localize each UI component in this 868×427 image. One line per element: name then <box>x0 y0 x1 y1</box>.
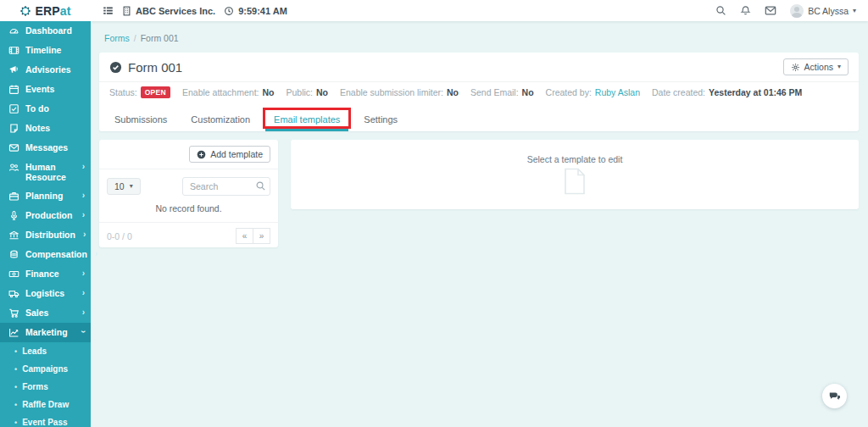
status-badge: OPEN <box>141 86 170 98</box>
send-email-field: Send Email:No <box>470 87 534 97</box>
sidebar-subitem-campaigns[interactable]: Campaigns <box>0 360 91 378</box>
created-by-field: Created by: Ruby Aslan <box>546 87 640 97</box>
chevron-right-icon: › <box>82 308 85 317</box>
dashboard-gauge-icon <box>8 25 19 36</box>
chat-bubbles-icon <box>828 391 841 402</box>
chevron-right-icon: › <box>82 191 85 200</box>
company-name: ABC Services Inc. <box>136 6 215 16</box>
chevron-down-icon: › <box>79 330 88 333</box>
chevron-right-icon: › <box>95 249 97 258</box>
add-template-button[interactable]: Add template <box>189 146 270 163</box>
clock-display: 9:59:41 AM <box>224 6 287 16</box>
logo-text: ERPat <box>35 4 70 18</box>
chat-button[interactable] <box>822 384 847 408</box>
users-icon <box>8 162 19 173</box>
clock-icon <box>224 6 234 16</box>
actions-button[interactable]: Actions ▾ <box>783 58 849 75</box>
company-selector[interactable]: ABC Services Inc. <box>122 6 215 16</box>
editor-empty-message: Select a template to edit <box>527 154 623 164</box>
sidebar-item-finance[interactable]: Finance › <box>0 264 91 284</box>
sidebar-item-planning[interactable]: Planning › <box>0 186 91 206</box>
caret-down-icon: ▾ <box>853 8 856 14</box>
messages-envelope-icon[interactable] <box>765 5 776 16</box>
sidebar-item-messages[interactable]: Messages <box>0 138 91 158</box>
sidebar-item-compensation[interactable]: Compensation › <box>0 245 91 264</box>
logo-gear-icon <box>19 5 31 17</box>
prev-page-button[interactable]: « <box>236 228 253 244</box>
notifications-bell-icon[interactable] <box>740 5 751 16</box>
submission-limiter-field: Enable submission limiter:No <box>340 87 459 97</box>
check-badge-icon <box>109 61 122 74</box>
breadcrumb-forms-link[interactable]: Forms <box>104 33 130 43</box>
sidebar-item-distribution[interactable]: Distribution › <box>0 225 91 245</box>
search-icon[interactable] <box>715 5 726 16</box>
sidebar-nav: Dashboard Timeline Advisories Events <box>0 21 91 427</box>
sidebar-item-logistics[interactable]: Logistics › <box>0 284 91 303</box>
pagination: « » <box>236 228 270 244</box>
calendar-icon <box>8 84 19 95</box>
breadcrumb-separator: / <box>134 33 136 43</box>
topbar: ABC Services Inc. 9:59:41 AM <box>91 0 868 21</box>
megaphone-icon <box>8 64 19 75</box>
sidebar-subitem-leads[interactable]: Leads <box>0 342 91 360</box>
breadcrumb: Forms / Form 001 <box>104 33 179 43</box>
sidebar-item-human-resource[interactable]: Human Resource › <box>0 158 91 186</box>
money-bill-icon <box>8 269 19 280</box>
form-tabs: Submissions Customization Email template… <box>99 107 859 131</box>
chevron-right-icon: › <box>82 288 85 297</box>
tab-customization[interactable]: Customization <box>182 107 259 131</box>
chevron-right-icon: › <box>83 230 86 239</box>
sidebar-item-timeline[interactable]: Timeline <box>0 41 91 60</box>
coins-icon <box>8 249 19 260</box>
envelope-icon <box>8 142 19 153</box>
sidebar-item-production[interactable]: Production › <box>0 206 91 225</box>
sidebar-item-advisories[interactable]: Advisories <box>0 60 91 80</box>
user-menu[interactable]: BC Alyssa ▾ <box>790 4 856 18</box>
main-content: Forms / Form 001 Form 001 <box>91 21 868 427</box>
next-page-button[interactable]: » <box>253 228 270 244</box>
page-title: Form 001 <box>109 60 182 75</box>
app-logo[interactable]: ERPat <box>0 0 91 21</box>
tab-settings[interactable]: Settings <box>355 107 406 131</box>
sidebar-item-marketing[interactable]: Marketing › <box>0 323 91 342</box>
sidebar-item-sales[interactable]: Sales › <box>0 303 91 323</box>
templates-list-panel: Add template 10 ▾ No record found. 0-0 /… <box>99 140 278 247</box>
current-time: 9:59:41 AM <box>238 6 287 16</box>
sidebar-item-dashboard[interactable]: Dashboard <box>0 21 91 41</box>
user-name: BC Alyssa <box>808 6 849 16</box>
check-square-icon <box>8 103 19 114</box>
caret-down-icon: ▾ <box>837 64 841 70</box>
sidebar-subitem-event-pass[interactable]: Event Pass <box>0 413 91 427</box>
sidebar-item-todo[interactable]: To do <box>0 99 91 119</box>
sidebar-toggle-icon[interactable] <box>103 5 114 16</box>
sidebar-subitem-forms[interactable]: Forms <box>0 378 91 396</box>
plus-circle-icon <box>197 150 206 159</box>
briefcase-icon <box>8 191 19 202</box>
sidebar-item-notes[interactable]: Notes <box>0 119 91 138</box>
chevron-right-icon: › <box>82 269 85 278</box>
chevron-right-icon: › <box>82 210 85 219</box>
truck-icon <box>8 288 19 299</box>
shopping-cart-icon <box>8 308 19 319</box>
page-size-select[interactable]: 10 ▾ <box>107 178 141 195</box>
building-icon <box>122 6 131 16</box>
attachment-field: Enable attachment:No <box>182 87 274 97</box>
chart-line-icon <box>8 327 19 338</box>
search-icon <box>255 180 266 191</box>
microphone-icon <box>8 210 19 221</box>
form-status-row: Status: OPEN Enable attachment:No Public… <box>99 82 859 102</box>
sidebar-subitem-raffle-draw[interactable]: Raffle Draw <box>0 396 91 413</box>
file-outline-icon <box>564 168 586 195</box>
tab-email-templates[interactable]: Email templates <box>265 107 348 131</box>
date-created-field: Date created:Yesterday at 01:46 PM <box>652 87 802 97</box>
template-editor-panel: Select a template to edit <box>291 140 859 209</box>
pagination-range: 0-0 / 0 <box>107 231 132 241</box>
public-field: Public:No <box>286 87 328 97</box>
form-header-card: Form 001 Actions ▾ Status: OPEN Enable a… <box>99 53 859 131</box>
created-by-link[interactable]: Ruby Aslan <box>595 87 640 97</box>
sidebar-item-events[interactable]: Events <box>0 80 91 99</box>
status-field: Status: OPEN <box>109 86 170 98</box>
cogs-icon <box>791 63 800 72</box>
user-avatar <box>790 4 804 18</box>
tab-submissions[interactable]: Submissions <box>106 107 175 131</box>
